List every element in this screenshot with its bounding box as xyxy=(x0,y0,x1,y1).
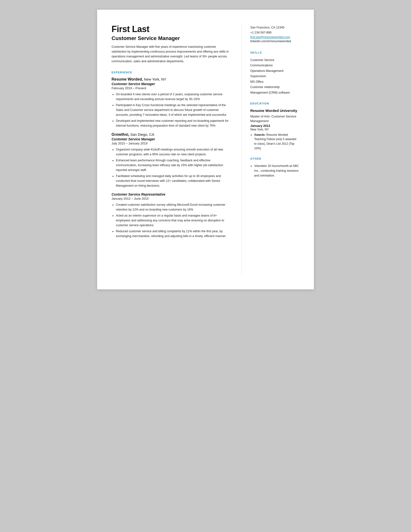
skill-item: Management (CRM) software xyxy=(250,90,300,95)
skills-container: Customer ServiceCommunicationsOperations… xyxy=(250,57,300,95)
skill-item: MS Office xyxy=(250,79,300,85)
experience-container: Resume Worded, New York, NYCustomer Serv… xyxy=(111,77,232,238)
right-column: San Francisco, CA 12345 +1 234 567-890 f… xyxy=(242,24,300,275)
exp-bullet: Organized company wide Kickoff meetings … xyxy=(116,147,232,157)
skill-item: Customer Service xyxy=(250,57,300,63)
exp-bullet: Enhanced team performance through coachi… xyxy=(116,158,232,172)
exp-bullet: Acted as an interim supervisor on a regu… xyxy=(116,213,232,228)
edu-degree: Master of Arts: Customer Service Managem… xyxy=(250,114,300,124)
edu-award: Awards: Resume Worded Teaching Fellow (o… xyxy=(254,133,300,151)
experience-item: Growthsi, San Diego, CACustomer Service … xyxy=(111,133,232,188)
exp-bullet: Participated in Key Cross functional mee… xyxy=(116,103,232,117)
candidate-name: First Last xyxy=(111,24,232,34)
exp-bullet: Reduced customer service and billing com… xyxy=(116,229,232,238)
edu-date: January 2012 xyxy=(250,124,300,128)
skill-item: Supervision xyxy=(250,74,300,79)
skill-item: Customer relationship xyxy=(250,85,300,90)
exp-company: Growthsi, San Diego, CA xyxy=(111,133,232,137)
exp-bullets: Created customer satisfaction survey uti… xyxy=(111,202,232,238)
exp-bullet: On-boarded 4 new clients over a period o… xyxy=(116,92,232,102)
edu-bullets: Awards: Resume Worded Teaching Fellow (o… xyxy=(250,133,300,151)
exp-bullets: Organized company wide Kickoff meetings … xyxy=(111,147,232,188)
skill-item: Operations Management xyxy=(250,68,300,74)
exp-role: Customer Service Representative xyxy=(111,192,232,196)
exp-role: Customer Service Manager xyxy=(111,137,232,141)
other-section-label: OTHER xyxy=(250,157,300,160)
contact-email[interactable]: first.last@resumeworded.com xyxy=(250,36,300,39)
education-item: Resume Worded University Master of Arts:… xyxy=(250,108,300,151)
exp-bullet: Created customer satisfaction survey uti… xyxy=(116,202,232,212)
other-item: Volunteer 20 hours/month at ABC Inc., co… xyxy=(254,163,300,178)
contact-block: San Francisco, CA 12345 +1 234 567-890 f… xyxy=(250,24,300,44)
exp-role: Customer Service Manager xyxy=(111,82,232,86)
exp-bullets: On-boarded 4 new clients over a period o… xyxy=(111,92,232,128)
skill-item: Communications xyxy=(250,63,300,68)
skills-section-label: SKILLS xyxy=(250,51,300,54)
candidate-title: Customer Service Manager xyxy=(111,35,232,41)
exp-bullet: Facilitated scheduling and managed daily… xyxy=(116,174,232,188)
contact-phone: +1 234 567-890 xyxy=(250,30,300,35)
contact-address: San Francisco, CA 12345 xyxy=(250,25,300,30)
edu-school: Resume Worded University xyxy=(250,108,300,113)
other-container: Volunteer 20 hours/month at ABC Inc., co… xyxy=(250,163,300,178)
contact-linkedin: linkedin.com/in/resumeworded xyxy=(250,39,300,44)
exp-bullet: Developed and implemented new customer r… xyxy=(116,118,232,128)
exp-dates: February 2019 – Present xyxy=(111,86,232,90)
edu-location: New York, NY xyxy=(250,128,300,131)
exp-dates: January 2012 – June 2015 xyxy=(111,197,232,200)
education-container: Resume Worded University Master of Arts:… xyxy=(250,108,300,151)
education-section-label: EDUCATION xyxy=(250,102,300,105)
left-column: First Last Customer Service Manager Cust… xyxy=(111,24,242,275)
candidate-summary: Customer Service Manager with five years… xyxy=(111,44,232,64)
experience-section-label: EXPERIENCE xyxy=(111,71,232,74)
other-bullets: Volunteer 20 hours/month at ABC Inc., co… xyxy=(250,163,300,178)
experience-item: Resume Worded, New York, NYCustomer Serv… xyxy=(111,77,232,128)
exp-company: Resume Worded, New York, NY xyxy=(111,77,232,82)
experience-item: Customer Service RepresentativeJanuary 2… xyxy=(111,192,232,238)
resume-page: First Last Customer Service Manager Cust… xyxy=(97,10,314,289)
exp-dates: July 2015 – January 2019 xyxy=(111,142,232,145)
